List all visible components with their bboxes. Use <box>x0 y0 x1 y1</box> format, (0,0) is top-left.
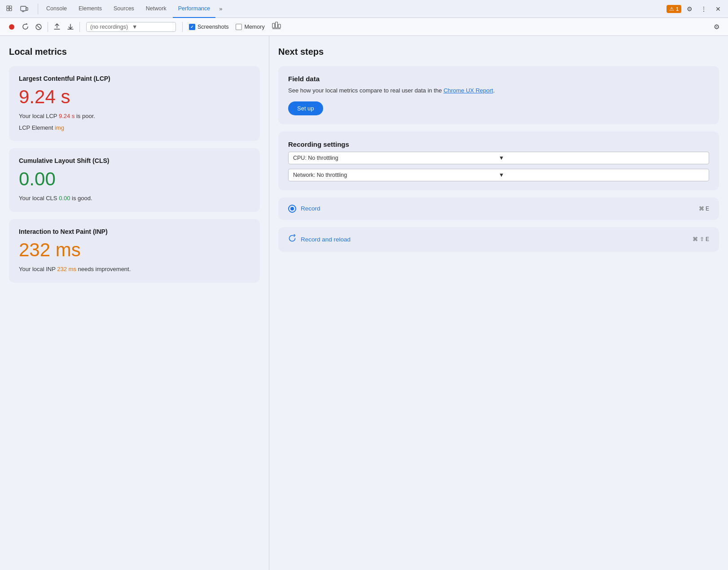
download-profile-button[interactable] <box>64 21 77 33</box>
network-dropdown-arrow: ▼ <box>499 172 704 178</box>
recording-select[interactable]: (no recordings) ▼ <box>86 22 176 32</box>
tab-actions: ⚠ 1 ⚙ ⋮ ✕ <box>667 3 724 15</box>
screenshots-label: Screenshots <box>197 24 228 30</box>
local-metrics-title: Local metrics <box>9 47 260 57</box>
cpu-throttling-select[interactable]: CPU: No throttling ▼ <box>288 152 709 164</box>
tab-sources[interactable]: Sources <box>108 0 140 18</box>
more-options-icon[interactable]: ⋮ <box>697 3 710 15</box>
memory-checkbox-label[interactable]: Memory <box>236 24 264 30</box>
lcp-highlight: 9.24 s <box>59 113 75 119</box>
left-panel: Local metrics Largest Contentful Paint (… <box>0 36 269 570</box>
field-data-desc: See how your local metrics compare to re… <box>288 86 709 95</box>
tab-elements[interactable]: Elements <box>73 0 107 18</box>
record-inner-icon <box>290 207 294 210</box>
lcp-desc-prefix: Your local LCP <box>19 113 59 119</box>
memory-checkbox[interactable] <box>236 24 242 30</box>
memory-flame-icon[interactable] <box>272 22 281 32</box>
cls-card: Cumulative Layout Shift (CLS) 0.00 Your … <box>9 148 260 212</box>
svg-point-7 <box>9 24 14 30</box>
screenshots-checkbox[interactable] <box>189 24 195 30</box>
network-throttling-label: Network: No throttling <box>293 172 499 178</box>
recording-settings-card: Recording settings CPU: No throttling ▼ … <box>278 132 719 190</box>
record-reload-action-card[interactable]: Record and reload ⌘ ⇧ E <box>278 227 719 252</box>
svg-rect-12 <box>272 23 275 28</box>
tab-separator-1 <box>38 4 38 14</box>
record-action-label[interactable]: Record <box>301 205 320 212</box>
reload-icon <box>288 234 296 245</box>
next-steps-title: Next steps <box>278 47 719 57</box>
svg-rect-5 <box>26 8 28 10</box>
svg-line-9 <box>37 25 40 28</box>
record-shortcut: ⌘ E <box>699 206 709 212</box>
cpu-dropdown-arrow: ▼ <box>499 155 704 161</box>
field-data-desc-prefix: See how your local metrics compare to re… <box>288 87 443 94</box>
memory-label: Memory <box>244 24 264 30</box>
issues-count: 1 <box>676 6 679 12</box>
tab-console[interactable]: Console <box>41 0 72 18</box>
svg-rect-2 <box>7 9 9 11</box>
responsive-icon[interactable] <box>18 3 31 15</box>
record-action-left: Record <box>288 205 320 213</box>
lcp-element-value[interactable]: img <box>55 124 64 131</box>
clear-button[interactable] <box>32 21 45 33</box>
screenshots-checkbox-label[interactable]: Screenshots <box>189 24 228 30</box>
close-devtools-button[interactable]: ✕ <box>712 3 724 15</box>
tab-performance[interactable]: Performance <box>173 0 216 18</box>
cls-label: Cumulative Layout Shift (CLS) <box>19 157 250 164</box>
tab-more-button[interactable]: » <box>216 0 225 18</box>
record-circle-icon <box>288 205 296 213</box>
cls-value: 0.00 <box>19 169 250 189</box>
upload-profile-button[interactable] <box>51 21 63 33</box>
performance-settings-icon[interactable]: ⚙ <box>710 21 723 33</box>
network-throttling-select[interactable]: Network: No throttling ▼ <box>288 169 709 181</box>
cls-desc-suffix: is good. <box>70 195 92 202</box>
field-data-desc-suffix: . <box>493 87 495 94</box>
lcp-element-label: LCP Element <box>19 124 55 131</box>
svg-rect-0 <box>7 6 9 8</box>
tab-bar: Console Elements Sources Network Perform… <box>0 0 728 18</box>
inp-highlight: 232 ms <box>57 266 76 272</box>
lcp-value: 9.24 s <box>19 87 250 107</box>
lcp-label: Largest Contentful Paint (LCP) <box>19 75 250 82</box>
record-button[interactable] <box>5 21 18 33</box>
tab-network[interactable]: Network <box>140 0 172 18</box>
lcp-element-row: LCP Element img <box>19 123 250 132</box>
toolbar-sep-2 <box>79 22 80 32</box>
cls-desc-prefix: Your local CLS <box>19 195 59 202</box>
toolbar-checkboxes: Screenshots Memory <box>189 22 281 32</box>
svg-rect-14 <box>278 24 281 28</box>
cls-desc: Your local CLS 0.00 is good. <box>19 194 250 203</box>
performance-toolbar: (no recordings) ▼ Screenshots Memory ⚙ <box>0 18 728 36</box>
cpu-throttling-label: CPU: No throttling <box>293 155 499 161</box>
field-data-title: Field data <box>288 75 709 83</box>
lcp-desc-suffix: is poor. <box>75 113 95 119</box>
record-action-card[interactable]: Record ⌘ E <box>278 197 719 220</box>
recording-settings-title: Recording settings <box>288 140 709 148</box>
cursor-icon[interactable] <box>4 3 16 15</box>
chrome-ux-report-link[interactable]: Chrome UX Report <box>443 87 493 94</box>
toolbar-sep-3 <box>182 22 183 32</box>
field-data-card: Field data See how your local metrics co… <box>278 66 719 124</box>
record-reload-shortcut: ⌘ ⇧ E <box>693 236 709 242</box>
svg-rect-4 <box>21 6 26 11</box>
lcp-desc: Your local LCP 9.24 s is poor. <box>19 112 250 121</box>
inp-value: 232 ms <box>19 240 250 260</box>
record-reload-action-left: Record and reload <box>288 234 351 245</box>
devtools-icons <box>4 3 31 15</box>
setup-button[interactable]: Set up <box>288 101 323 115</box>
reload-record-button[interactable] <box>19 21 31 33</box>
dropdown-arrow-icon: ▼ <box>132 24 172 30</box>
cls-highlight: 0.00 <box>59 195 70 202</box>
issues-badge[interactable]: ⚠ 1 <box>667 5 681 13</box>
toolbar-sep-1 <box>48 22 48 32</box>
inp-desc-suffix: needs improvement. <box>76 266 131 272</box>
recording-label: (no recordings) <box>90 24 130 30</box>
right-panel: Next steps Field data See how your local… <box>269 36 728 570</box>
inp-label: Interaction to Next Paint (INP) <box>19 228 250 235</box>
record-reload-label[interactable]: Record and reload <box>301 236 351 243</box>
svg-rect-3 <box>9 9 12 11</box>
inp-desc-prefix: Your local INP <box>19 266 57 272</box>
svg-rect-1 <box>9 6 12 8</box>
settings-icon[interactable]: ⚙ <box>683 3 696 15</box>
main-content: Local metrics Largest Contentful Paint (… <box>0 36 728 570</box>
